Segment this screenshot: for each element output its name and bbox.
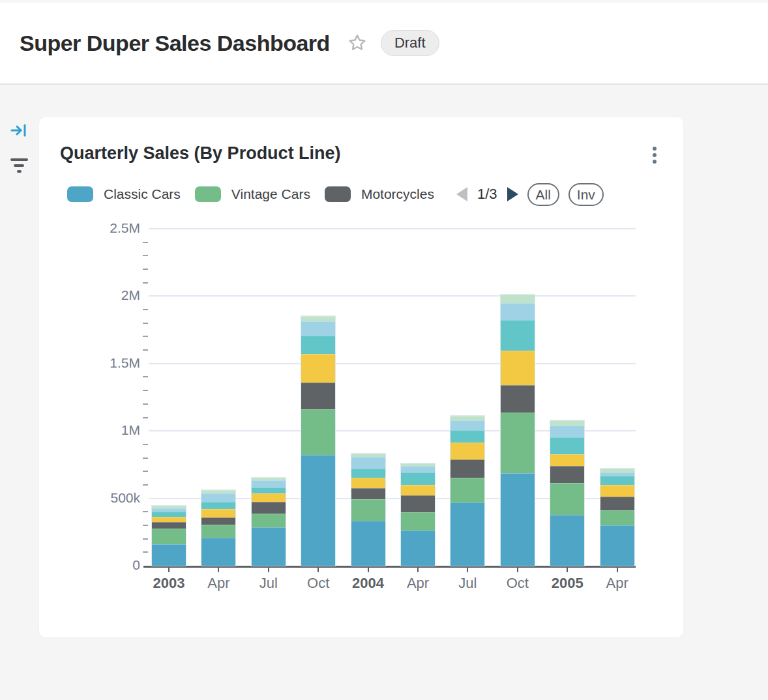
- bar-segment[interactable]: [450, 459, 484, 478]
- bar-segment[interactable]: [201, 538, 235, 566]
- bar-segment[interactable]: [351, 499, 385, 521]
- bar-segment[interactable]: [600, 510, 634, 525]
- bar-segment[interactable]: [600, 525, 634, 566]
- bar-segment[interactable]: [450, 443, 484, 460]
- bar-segment[interactable]: [301, 383, 335, 409]
- favorite-star-button[interactable]: [347, 33, 368, 53]
- bar-segment[interactable]: [501, 351, 535, 386]
- filter-button[interactable]: [0, 153, 38, 179]
- stacked-bar-oct[interactable]: [301, 316, 335, 566]
- bar-segment[interactable]: [152, 517, 186, 523]
- bar-segment[interactable]: [351, 457, 385, 469]
- bar-segment[interactable]: [501, 413, 535, 473]
- gridline: [149, 295, 636, 297]
- stacked-bar-jul[interactable]: [450, 416, 484, 566]
- y-axis-label: 500k: [81, 490, 140, 506]
- stacked-bar-2005[interactable]: [550, 420, 584, 566]
- bar-segment[interactable]: [252, 493, 286, 502]
- bar-segment[interactable]: [401, 466, 435, 473]
- bar-segment[interactable]: [450, 503, 484, 566]
- bar-segment[interactable]: [201, 502, 235, 509]
- collapse-panel-icon: [9, 121, 29, 140]
- gridline: [149, 228, 636, 229]
- bar-segment[interactable]: [450, 430, 484, 442]
- stacked-bar-jul[interactable]: [252, 478, 286, 566]
- bar-segment[interactable]: [351, 488, 385, 500]
- bar-segment[interactable]: [501, 473, 535, 566]
- bar-segment[interactable]: [301, 409, 335, 456]
- plot-area: [149, 229, 636, 566]
- bar-segment[interactable]: [252, 514, 286, 528]
- y-minor-tick: [143, 471, 148, 472]
- bar-segment[interactable]: [301, 354, 335, 383]
- bar-segment[interactable]: [201, 493, 235, 502]
- y-minor-tick: [143, 511, 148, 512]
- y-minor-tick: [143, 551, 148, 553]
- bar-segment[interactable]: [301, 321, 335, 336]
- bar-segment[interactable]: [351, 469, 385, 478]
- x-axis-tick: [517, 568, 518, 572]
- y-minor-tick: [143, 444, 148, 445]
- bar-segment[interactable]: [401, 473, 435, 485]
- bar-segment[interactable]: [401, 512, 435, 531]
- bar-segment[interactable]: [550, 437, 584, 454]
- stacked-bar-2004[interactable]: [351, 454, 385, 566]
- bar-segment[interactable]: [351, 521, 385, 566]
- bar-segment[interactable]: [252, 488, 286, 493]
- bar-segment[interactable]: [501, 320, 535, 350]
- bar-segment[interactable]: [450, 420, 484, 430]
- bar-segment[interactable]: [401, 485, 435, 495]
- collapse-panel-button[interactable]: [0, 117, 38, 143]
- stacked-bar-2003[interactable]: [152, 506, 186, 566]
- app-header: Super Duper Sales Dashboard Draft: [0, 3, 768, 85]
- bar-segment[interactable]: [550, 466, 584, 483]
- bar-segment[interactable]: [550, 420, 584, 426]
- bar-segment[interactable]: [201, 509, 235, 518]
- bar-segment[interactable]: [152, 522, 186, 528]
- chart-card: Quarterly Sales (By Product Line) Classi…: [39, 117, 683, 637]
- bar-segment[interactable]: [252, 480, 286, 488]
- bar-segment[interactable]: [252, 502, 286, 514]
- bar-segment[interactable]: [152, 529, 186, 544]
- bar-segment[interactable]: [501, 295, 535, 303]
- bar-segment[interactable]: [501, 385, 535, 412]
- bar-segment[interactable]: [201, 525, 235, 538]
- y-minor-tick: [143, 376, 148, 377]
- stacked-bar-apr[interactable]: [201, 490, 235, 566]
- bar-segment[interactable]: [252, 527, 286, 566]
- bar-segment[interactable]: [550, 454, 584, 467]
- bar-segment[interactable]: [152, 512, 186, 516]
- stacked-bar-oct[interactable]: [501, 295, 535, 566]
- bar-segment[interactable]: [152, 544, 186, 566]
- bar-segment[interactable]: [351, 478, 385, 488]
- y-minor-tick: [143, 269, 148, 270]
- bar-segment[interactable]: [550, 426, 584, 437]
- bar-segment[interactable]: [450, 416, 484, 420]
- y-axis-label: 0: [81, 557, 140, 573]
- bar-segment[interactable]: [550, 515, 584, 566]
- y-minor-tick: [143, 538, 148, 540]
- y-axis-label: 1M: [81, 422, 140, 438]
- bar-segment[interactable]: [301, 455, 335, 566]
- bar-segment[interactable]: [401, 495, 435, 513]
- bar-segment[interactable]: [600, 476, 634, 485]
- star-icon: [347, 33, 368, 53]
- gridline: [149, 363, 636, 364]
- bar-segment[interactable]: [401, 531, 435, 566]
- bar-segment[interactable]: [501, 303, 535, 321]
- stacked-bar-apr[interactable]: [401, 463, 435, 566]
- bar-segment[interactable]: [450, 478, 484, 503]
- mini-sidebar: [0, 117, 38, 188]
- bar-segment[interactable]: [301, 316, 335, 321]
- bar-segment[interactable]: [201, 518, 235, 525]
- bar-segment[interactable]: [550, 483, 584, 515]
- bar-segment[interactable]: [600, 485, 634, 497]
- y-minor-tick: [143, 417, 148, 418]
- main-area: Quarterly Sales (By Product Line) Classi…: [0, 86, 768, 700]
- x-axis-tick: [567, 568, 568, 572]
- y-minor-tick: [143, 255, 148, 256]
- status-badge: Draft: [381, 30, 439, 56]
- bar-segment[interactable]: [301, 336, 335, 353]
- bar-segment[interactable]: [600, 497, 634, 510]
- stacked-bar-apr[interactable]: [600, 469, 634, 566]
